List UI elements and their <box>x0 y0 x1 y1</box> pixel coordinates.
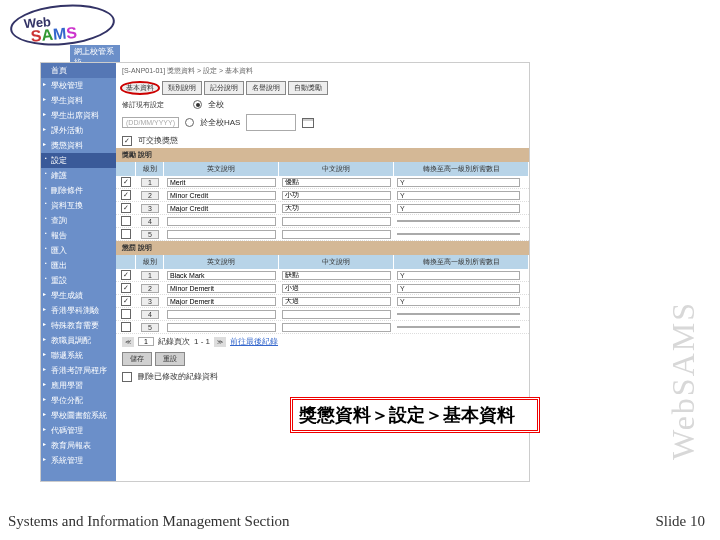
sidebar-item[interactable]: 設定 <box>41 153 116 168</box>
row-checkbox[interactable] <box>121 270 131 280</box>
sidebar-item[interactable]: 學生成績 <box>41 288 116 303</box>
conv-select[interactable]: Y <box>397 191 520 200</box>
sidebar-item[interactable]: 匯出 <box>41 258 116 273</box>
punish-header: 懲罰 說明 <box>116 241 529 255</box>
table-row: 5 <box>116 321 529 334</box>
sidebar-item[interactable]: 報告 <box>41 228 116 243</box>
conv-select[interactable]: Y <box>397 284 520 293</box>
cn-input[interactable] <box>282 204 391 213</box>
cn-input[interactable] <box>282 217 391 226</box>
row-checkbox[interactable] <box>121 309 131 319</box>
tab[interactable]: 基本資料 <box>120 81 160 95</box>
sidebar-item[interactable]: 匯入 <box>41 243 116 258</box>
calendar-icon[interactable] <box>302 118 314 128</box>
tab[interactable]: 自動獎勵 <box>288 81 328 95</box>
row-checkbox[interactable] <box>121 322 131 332</box>
en-input[interactable] <box>167 323 276 332</box>
en-input[interactable] <box>167 204 276 213</box>
date-input[interactable]: (DD/MM/YYYY) <box>122 117 179 128</box>
row-checkbox[interactable] <box>121 203 131 213</box>
cn-input[interactable] <box>282 271 391 280</box>
table-row: 2Y <box>116 282 529 295</box>
sidebar-item[interactable]: 學生出席資料 <box>41 108 116 123</box>
sidebar-item[interactable]: 學位分配 <box>41 393 116 408</box>
sidebar-item[interactable]: 課外活動 <box>41 123 116 138</box>
tab[interactable]: 類別說明 <box>162 81 202 95</box>
tab[interactable]: 記分說明 <box>204 81 244 95</box>
sidebar-item[interactable]: 聯遞系統 <box>41 348 116 363</box>
row-checkbox[interactable] <box>121 190 131 200</box>
sidebar-item[interactable]: 刪除條件 <box>41 183 116 198</box>
logo: Web SAMS 網上校管系統 <box>10 5 120 55</box>
cn-input[interactable] <box>282 323 391 332</box>
nav-first[interactable]: ≪ <box>122 337 134 347</box>
en-input[interactable] <box>167 284 276 293</box>
sidebar-item[interactable]: 獎懲資料 <box>41 138 116 153</box>
conv-select[interactable] <box>397 326 520 328</box>
sidebar-item[interactable]: 系統管理 <box>41 453 116 468</box>
reset-button[interactable]: 重設 <box>155 352 185 366</box>
conv-select[interactable]: Y <box>397 204 520 213</box>
logo-sams: SAMS <box>30 24 78 46</box>
conv-select[interactable]: Y <box>397 297 520 306</box>
row-checkbox[interactable] <box>121 296 131 306</box>
row-checkbox[interactable] <box>121 229 131 239</box>
radio-all-label: 全校 <box>208 99 224 110</box>
table-row: 2Y <box>116 189 529 202</box>
conv-select[interactable]: Y <box>397 178 520 187</box>
level-box: 5 <box>141 230 159 239</box>
sidebar-item[interactable]: 學校圖書館系統 <box>41 408 116 423</box>
cn-input[interactable] <box>282 191 391 200</box>
sidebar-item[interactable]: 教育局報表 <box>41 438 116 453</box>
page-input[interactable] <box>138 337 154 346</box>
radio-has[interactable] <box>185 118 194 127</box>
level-box: 1 <box>141 271 159 280</box>
en-input[interactable] <box>167 230 276 239</box>
en-input[interactable] <box>167 297 276 306</box>
save-button[interactable]: 儲存 <box>122 352 152 366</box>
cn-input[interactable] <box>282 310 391 319</box>
conv-label: 可交換獎懲 <box>138 135 178 146</box>
nav-last[interactable]: ≫ <box>214 337 226 347</box>
en-input[interactable] <box>167 178 276 187</box>
table-row: 4 <box>116 215 529 228</box>
sidebar-item[interactable]: 學生資料 <box>41 93 116 108</box>
cn-input[interactable] <box>282 178 391 187</box>
date-label: 修訂現有設定 <box>122 100 187 110</box>
sidebar-item[interactable]: 特殊教育需要 <box>41 318 116 333</box>
en-input[interactable] <box>167 191 276 200</box>
sidebar-item[interactable]: 香港學科測驗 <box>41 303 116 318</box>
sidebar-item[interactable]: 查詢 <box>41 213 116 228</box>
sidebar-item[interactable]: 維護 <box>41 168 116 183</box>
conv-select[interactable] <box>397 233 520 235</box>
sidebar-item[interactable]: 教職員調配 <box>41 333 116 348</box>
tab[interactable]: 名譽說明 <box>246 81 286 95</box>
cn-input[interactable] <box>282 230 391 239</box>
en-input[interactable] <box>167 271 276 280</box>
sidebar-item[interactable]: 資料互換 <box>41 198 116 213</box>
en-input[interactable] <box>167 310 276 319</box>
sidebar-item[interactable]: 重設 <box>41 273 116 288</box>
radio-all[interactable] <box>193 100 202 109</box>
conv-checkbox[interactable] <box>122 136 132 146</box>
cn-input[interactable] <box>282 297 391 306</box>
sidebar-item[interactable]: 首頁 <box>41 63 116 78</box>
sidebar-item[interactable]: 香港考評局程序 <box>41 363 116 378</box>
cn-input[interactable] <box>282 284 391 293</box>
level-box: 5 <box>141 323 159 332</box>
conv-select[interactable]: Y <box>397 271 520 280</box>
table-row: 1Y <box>116 269 529 282</box>
has-input[interactable] <box>246 114 296 131</box>
row-checkbox[interactable] <box>121 216 131 226</box>
level-box: 1 <box>141 178 159 187</box>
row-checkbox[interactable] <box>121 177 131 187</box>
sidebar-item[interactable]: 代碼管理 <box>41 423 116 438</box>
goto-last[interactable]: 前往最後紀錄 <box>230 336 278 347</box>
delete-checkbox[interactable] <box>122 372 132 382</box>
row-checkbox[interactable] <box>121 283 131 293</box>
sidebar-item[interactable]: 應用學習 <box>41 378 116 393</box>
sidebar-item[interactable]: 學校管理 <box>41 78 116 93</box>
conv-select[interactable] <box>397 313 520 315</box>
en-input[interactable] <box>167 217 276 226</box>
conv-select[interactable] <box>397 220 520 222</box>
